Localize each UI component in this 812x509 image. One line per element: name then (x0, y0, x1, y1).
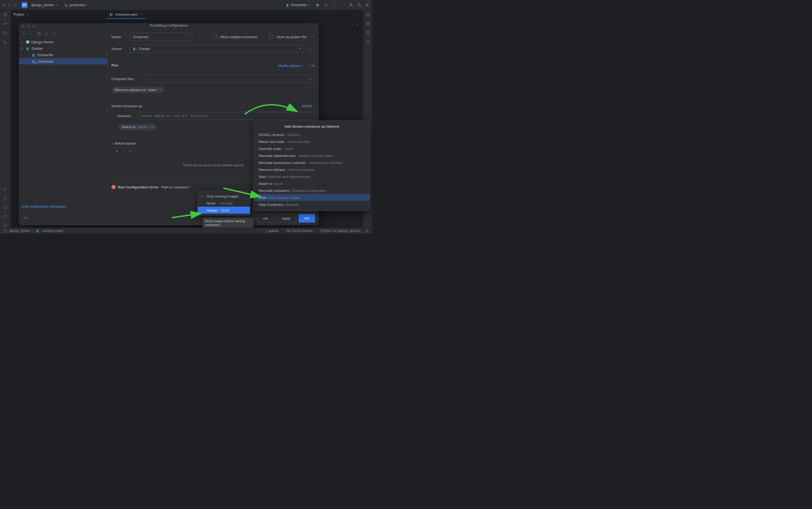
status-interpreter[interactable]: Python 3.9 (django_docker) (321, 229, 360, 233)
add-icon[interactable]: ＋ (22, 32, 26, 36)
chevron-down-icon[interactable]: ▾ (149, 126, 150, 129)
docker-compose-icon: ◧ (36, 229, 40, 233)
chevron-down-icon[interactable]: ▾ (27, 13, 28, 16)
run-tool-icon[interactable]: ▷ (3, 187, 7, 191)
database-icon[interactable] (366, 31, 370, 35)
close-tab-icon[interactable]: × (140, 12, 143, 16)
editor-more-icon[interactable]: ⋮ (353, 13, 357, 17)
submenu-item[interactable]: ✓Only missing images (198, 193, 250, 200)
dialog-min-dot[interactable] (27, 25, 30, 28)
add-icon[interactable]: ＋ (114, 149, 119, 153)
python-console-icon[interactable] (3, 196, 7, 200)
more-tools-icon[interactable]: … (3, 49, 7, 53)
attach-to-value[interactable]: None (138, 125, 146, 129)
collapse-icon[interactable]: ▾ (112, 142, 113, 145)
dialog-max-dot[interactable] (32, 25, 35, 28)
vcs-branch[interactable]: production ▾ (62, 2, 91, 8)
min-dot[interactable] (8, 3, 11, 7)
services-input[interactable] (138, 112, 315, 120)
option-item[interactable]: BuildOnly missing images› (254, 194, 370, 201)
chevron-down-icon: ▾ (300, 47, 301, 50)
ai-icon[interactable] (366, 22, 370, 26)
edit-icon[interactable]: ✎ (128, 149, 133, 153)
option-item[interactable]: SIGKILL timeout--timeout (254, 131, 370, 138)
vcs-icon[interactable] (3, 223, 7, 228)
chip-remove-icon[interactable]: × (152, 125, 153, 129)
save-template-icon[interactable]: + (44, 32, 49, 36)
tree-item-docker[interactable]: ▾ ◧ Docker (19, 45, 107, 52)
project-tool-icon[interactable] (3, 12, 7, 16)
run-icon[interactable] (316, 3, 320, 7)
modify-options-link[interactable]: Modify options (278, 64, 301, 68)
attach-to-chip[interactable]: Attach to: None ▾ × (118, 124, 157, 130)
option-item[interactable]: Recreate containersChanged configuration… (254, 187, 370, 194)
tree-item-django-server[interactable]: ▸ dj Django Server (19, 39, 107, 45)
server-browse-button[interactable]: ... (307, 45, 315, 53)
option-item[interactable]: Recreate anonymous volumes--renew-anon-v… (254, 159, 370, 166)
chip-remove-icon[interactable]: × (159, 88, 161, 92)
dialog-close-dot[interactable] (22, 25, 25, 28)
status-schema[interactable]: No JSON schema (287, 229, 313, 233)
down-icon[interactable]: ↓ (142, 149, 147, 153)
collab-icon[interactable] (349, 3, 353, 7)
close-dot[interactable] (3, 3, 6, 7)
shield-icon[interactable] (366, 40, 370, 44)
option-item[interactable]: Stop ContainersManually› (254, 201, 370, 208)
cancel-button[interactable]: cel (257, 214, 273, 223)
allow-multiple-checkbox[interactable] (213, 35, 217, 39)
option-item[interactable]: Override scale--scale (254, 145, 370, 152)
expand-icon[interactable]: ▸ (22, 41, 24, 43)
store-project-checkbox[interactable] (269, 35, 273, 39)
option-item[interactable]: StartSelected and dependencies› (254, 173, 370, 180)
commit-tool-icon[interactable] (3, 22, 7, 26)
edit-templates-link[interactable]: Edit configuration templates... (22, 205, 68, 208)
structure-tool-icon[interactable] (3, 40, 7, 44)
inspection-ok-icon[interactable]: ✓ (355, 22, 360, 26)
gear-icon[interactable] (311, 35, 315, 39)
more-icon[interactable]: ⋮ (332, 3, 336, 7)
ok-button[interactable]: OK (299, 214, 315, 223)
terminal-icon[interactable] (3, 205, 7, 209)
server-select[interactable]: ◧ Docker ▾ (130, 45, 304, 53)
tree-item-unnamed[interactable]: ◧✖ Unnamed (19, 58, 107, 65)
sort-icon[interactable] (52, 32, 56, 36)
status-indent[interactable]: 2 spaces (266, 229, 279, 233)
remove-icon[interactable]: − (121, 149, 126, 153)
search-icon[interactable] (357, 3, 361, 7)
editor-tab[interactable]: ◧ compose.yaml × (106, 10, 146, 19)
copy-icon[interactable] (37, 32, 41, 36)
compose-files-input[interactable] (145, 75, 315, 83)
max-dot[interactable] (13, 3, 17, 7)
name-input[interactable] (130, 33, 192, 41)
apply-button[interactable]: Apply (276, 214, 296, 223)
option-label: SIGKILL timeout (258, 133, 284, 137)
problems-icon[interactable] (3, 214, 7, 218)
remove-orphans-chip[interactable]: Remove orphans on `down` × (112, 87, 164, 93)
svg-point-14 (4, 226, 5, 227)
window-controls[interactable] (3, 3, 17, 7)
submenu-item[interactable]: Never--no-build (198, 200, 250, 207)
help-button[interactable]: ? (22, 215, 29, 222)
gear-icon[interactable] (365, 3, 369, 7)
option-item[interactable]: Attach toNone› (254, 180, 370, 187)
config-tree[interactable]: ▸ dj Django Server ▾ ◧ Docker ◧ Dockerfi… (19, 37, 107, 66)
remove-icon[interactable]: − (29, 32, 33, 36)
up-icon[interactable]: ↑ (135, 149, 139, 153)
pr-tool-icon[interactable] (3, 31, 7, 35)
modify-link[interactable]: Modify (302, 104, 312, 108)
option-item[interactable]: Recreate dependencies--always-recreate-d… (254, 152, 370, 159)
notifications-icon[interactable] (366, 12, 370, 16)
option-item[interactable]: Remove orphans--remove-orphans (254, 166, 370, 173)
crumb-project[interactable]: django_docker (9, 229, 30, 233)
option-item[interactable]: Return exit code--exit-code-from (254, 138, 370, 145)
collapse-icon[interactable]: ▾ (22, 47, 24, 50)
lock-icon[interactable] (365, 229, 369, 233)
tree-item-dockerfile[interactable]: ◧ Dockerfile (19, 52, 107, 58)
run-config-selector[interactable]: ◧ Dockerfile ▾ (284, 2, 312, 8)
folder-icon[interactable] (308, 77, 312, 81)
crumb-file[interactable]: compose.yaml (42, 229, 63, 233)
project-icon[interactable]: ▢ (3, 229, 7, 233)
submenu-item[interactable]: Always--build (198, 207, 250, 214)
project-selector[interactable]: django_docker ▾ (29, 2, 59, 8)
debug-icon[interactable] (324, 3, 328, 7)
